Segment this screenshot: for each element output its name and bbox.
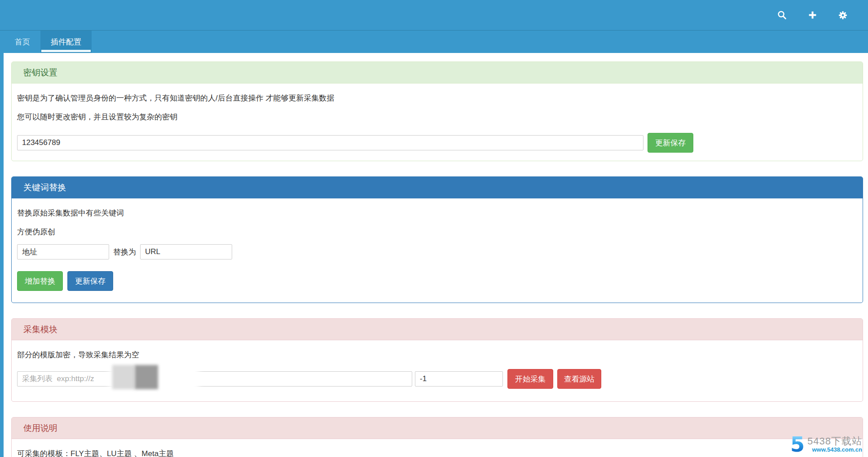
site-watermark: 5 5438下载站 www.5438.com.cn (790, 435, 862, 453)
start-collect-button[interactable]: 开始采集 (507, 369, 553, 389)
panel-keyword-replace-body: 替换原始采集数据中有些关键词 方便伪原创 替换为 增加替换 更新保存 (12, 198, 863, 303)
keyword-save-button[interactable]: 更新保存 (67, 271, 113, 291)
key-settings-desc2: 您可以随时更改密钥，并且设置较为复杂的密钥 (17, 111, 857, 123)
panel-collect-module-body: 部分的模版加密，导致采集结果为空 开始采集 查看源站 (12, 340, 863, 401)
add-icon[interactable] (807, 10, 818, 21)
settings-icon[interactable] (837, 10, 848, 21)
left-edge-strip (0, 53, 4, 457)
tab-plugin-config-label: 插件配置 (51, 37, 81, 47)
add-replace-button[interactable]: 增加替换 (17, 271, 63, 291)
panel-collect-module: 采集模块 部分的模版加密，导致采集结果为空 开始采集 查看源站 (11, 318, 863, 402)
top-bar (0, 0, 868, 31)
panel-key-settings-body: 密钥是为了确认管理员身份的一种方式，只有知道密钥的人/后台直接操作 才能够更新采… (12, 83, 863, 161)
view-source-button[interactable]: 查看源站 (557, 369, 601, 389)
key-save-button[interactable]: 更新保存 (648, 133, 693, 153)
collect-module-desc1: 部分的模版加密，导致采集结果为空 (17, 349, 857, 361)
tab-home-label: 首页 (15, 37, 30, 47)
replace-to-input[interactable] (140, 244, 232, 259)
tab-home[interactable]: 首页 (4, 31, 40, 53)
topbar-icon-group (776, 10, 848, 21)
panel-keyword-replace: 关键词替换 替换原始采集数据中有些关键词 方便伪原创 替换为 增加替换 更新保存 (11, 176, 863, 303)
watermark-site-url: www.5438.com.cn (812, 446, 862, 453)
panel-keyword-replace-title: 关键词替换 (12, 177, 863, 198)
replace-with-label: 替换为 (113, 247, 136, 257)
key-settings-desc1: 密钥是为了确认管理员身份的一种方式，只有知道密钥的人/后台直接操作 才能够更新采… (17, 92, 857, 104)
active-tab-underline (41, 50, 91, 52)
keyword-replace-desc2: 方便伪原创 (17, 226, 857, 238)
panel-key-settings: 密钥设置 密钥是为了确认管理员身份的一种方式，只有知道密钥的人/后台直接操作 才… (11, 62, 863, 161)
watermark-logo: 5 (790, 435, 805, 453)
collect-url-input[interactable] (17, 371, 412, 387)
main-content: 密钥设置 密钥是为了确认管理员身份的一种方式，只有知道密钥的人/后台直接操作 才… (0, 53, 868, 457)
keyword-replace-desc1: 替换原始采集数据中有些关键词 (17, 207, 857, 219)
panel-key-settings-title: 密钥设置 (12, 62, 863, 83)
usage-desc1: 可采集的模板：FLY主题、LU主题 、Meta主题 (17, 448, 857, 457)
collect-count-input[interactable] (415, 371, 503, 387)
panel-usage-title: 使用说明 (12, 417, 863, 439)
search-icon[interactable] (776, 10, 787, 21)
tab-bar: 首页 插件配置 (0, 31, 868, 53)
tab-plugin-config[interactable]: 插件配置 (40, 31, 92, 53)
replace-from-input[interactable] (17, 244, 109, 259)
watermark-site-name: 5438下载站 (807, 436, 862, 446)
secret-key-input[interactable] (17, 135, 643, 150)
panel-usage-body: 可采集的模板：FLY主题、LU主题 、Meta主题 (12, 439, 863, 457)
panel-usage: 使用说明 可采集的模板：FLY主题、LU主题 、Meta主题 (11, 417, 863, 457)
panel-collect-module-title: 采集模块 (12, 319, 863, 340)
